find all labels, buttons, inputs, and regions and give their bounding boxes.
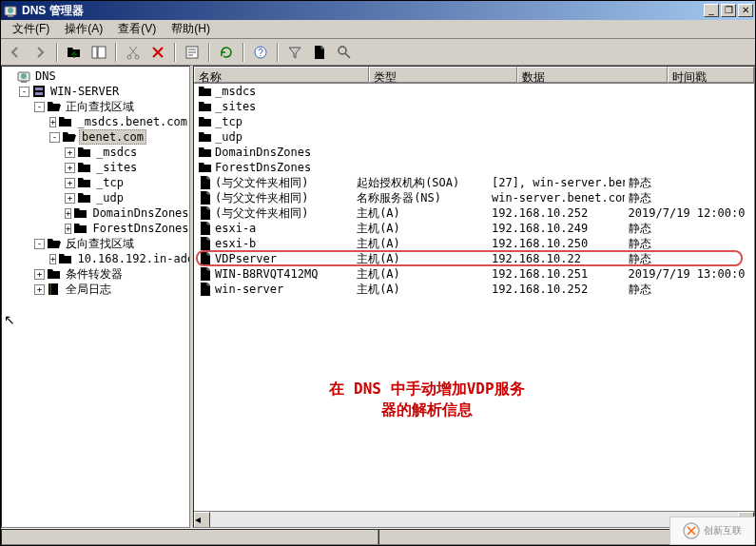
scroll-left-button[interactable]: ◂ <box>194 512 210 528</box>
page-icon <box>198 205 213 221</box>
list-row[interactable]: (与父文件夹相同)名称服务器(NS)win-server.benet.com.静… <box>194 190 754 205</box>
list-body[interactable]: _msdcs_sites_tcp_udpDomainDnsZonesForest… <box>194 84 754 511</box>
tree-node[interactable]: +_msdcs <box>4 145 187 160</box>
expander-icon[interactable]: - <box>49 132 60 143</box>
tree-label: DNS <box>33 69 58 83</box>
tree-pane[interactable]: DNS-WIN-SERVER-正向查找区域+_msdcs.benet.com-b… <box>1 66 190 528</box>
cell-data: 192.168.10.252 <box>488 206 625 220</box>
tree-node[interactable]: -benet.com <box>4 129 187 145</box>
tree-label: benet.com <box>79 129 146 145</box>
minimize-button[interactable]: _ <box>704 4 719 17</box>
properties-button[interactable] <box>182 42 203 63</box>
tree-node[interactable]: +条件转发器 <box>4 266 187 282</box>
folder-icon <box>58 114 73 129</box>
folder-icon <box>77 145 92 160</box>
maximize-button[interactable]: ❐ <box>721 4 736 17</box>
scroll-track[interactable] <box>210 512 738 527</box>
expander-icon[interactable]: + <box>65 163 75 173</box>
menu-view[interactable]: 查看(V) <box>110 19 164 39</box>
server-icon <box>31 84 47 99</box>
list-pane: 名称 类型 数据 时间戳 _msdcs_sites_tcp_udpDomainD… <box>193 66 755 528</box>
cell-name: _tcp <box>215 115 242 128</box>
help-button[interactable]: ? <box>250 42 271 63</box>
titlebar[interactable]: DNS 管理器 _ ❐ ✕ <box>1 1 755 20</box>
expander-icon[interactable]: + <box>65 147 75 158</box>
list-row[interactable]: (与父文件夹相同)起始授权机构(SOA)[27], win-server.ben… <box>194 175 754 190</box>
book-icon <box>47 282 62 297</box>
tree-node[interactable]: DNS <box>4 68 187 84</box>
expander-icon[interactable]: + <box>49 117 56 127</box>
cut-button[interactable] <box>123 42 144 63</box>
folder-icon <box>198 99 213 114</box>
list-row[interactable]: _udp <box>194 129 754 145</box>
list-row[interactable]: _tcp <box>194 114 754 129</box>
list-row[interactable]: (与父文件夹相同)主机(A)192.168.10.2522019/7/19 12… <box>194 205 754 221</box>
cell-data: 192.168.10.250 <box>488 237 625 250</box>
tree-label: 条件转发器 <box>64 266 125 283</box>
filter-button[interactable] <box>284 42 305 63</box>
forward-button[interactable] <box>29 42 50 63</box>
expander-icon[interactable]: + <box>34 269 45 280</box>
expander-icon[interactable]: + <box>65 224 71 234</box>
menu-action[interactable]: 操作(A) <box>57 19 110 39</box>
cell-data: win-server.benet.com. <box>488 191 625 205</box>
expander-icon[interactable]: + <box>65 178 75 188</box>
tree-node[interactable]: +_sites <box>4 160 187 175</box>
statusbar-left <box>1 529 378 545</box>
toolbar-separator <box>242 43 244 62</box>
dns-tree[interactable]: DNS-WIN-SERVER-正向查找区域+_msdcs.benet.com-b… <box>2 67 189 299</box>
menu-help[interactable]: 帮助(H) <box>164 19 218 39</box>
col-type[interactable]: 类型 <box>369 67 517 83</box>
list-row[interactable]: _msdcs <box>194 84 754 99</box>
cell-data: 192.168.10.249 <box>488 222 625 235</box>
expander-icon[interactable]: - <box>19 87 29 97</box>
cell-data: 192.168.10.251 <box>488 267 625 281</box>
menu-file[interactable]: 文件(F) <box>5 19 57 39</box>
list-row[interactable]: VDPserver主机(A)192.168.10.22静态 <box>194 251 754 266</box>
tree-node[interactable]: -WIN-SERVER <box>4 84 187 99</box>
list-row[interactable]: win-server主机(A)192.168.10.252静态 <box>194 282 754 297</box>
col-data[interactable]: 数据 <box>517 67 668 83</box>
expander-icon[interactable]: + <box>65 208 71 219</box>
show-hide-tree-button[interactable] <box>88 42 109 63</box>
new-record-button[interactable] <box>309 42 330 63</box>
dns-manager-window: DNS 管理器 _ ❐ ✕ 文件(F) 操作(A) 查看(V) 帮助(H) ? <box>0 0 756 546</box>
tree-node[interactable]: +10.168.192.in-addr. <box>4 251 187 266</box>
cell-data: 192.168.10.22 <box>488 252 625 265</box>
tree-node[interactable]: -正向查找区域 <box>4 99 187 114</box>
expander-icon[interactable]: + <box>49 254 56 264</box>
folder-icon <box>77 160 92 175</box>
col-timestamp[interactable]: 时间戳 <box>668 67 754 83</box>
list-row[interactable]: ForestDnsZones <box>194 160 754 175</box>
up-button[interactable] <box>64 42 85 63</box>
list-row[interactable]: WIN-B8RVQT412MQ主机(A)192.168.10.2512019/7… <box>194 266 754 282</box>
list-row[interactable]: esxi-b主机(A)192.168.10.250静态 <box>194 236 754 251</box>
statusbar <box>1 528 755 545</box>
tree-node[interactable]: +全局日志 <box>4 282 187 297</box>
cell-timestamp: 2019/7/19 12:00:0 <box>625 206 754 220</box>
expander-icon[interactable]: + <box>34 284 45 295</box>
refresh-button[interactable] <box>216 42 237 63</box>
tree-node[interactable]: -反向查找区域 <box>4 236 187 251</box>
tree-node[interactable]: +_tcp <box>4 175 187 190</box>
cell-name: _msdcs <box>215 85 256 98</box>
close-button[interactable]: ✕ <box>738 4 753 17</box>
toolbar-separator <box>115 43 117 62</box>
tree-label: 10.168.192.in-addr. <box>75 252 190 265</box>
col-name[interactable]: 名称 <box>194 67 369 83</box>
find-button[interactable] <box>334 42 355 63</box>
watermark: 创新互联 <box>669 517 755 545</box>
delete-button[interactable] <box>147 42 168 63</box>
tree-node[interactable]: +DomainDnsZones <box>4 205 187 221</box>
list-row[interactable]: esxi-a主机(A)192.168.10.249静态 <box>194 221 754 236</box>
expander-icon[interactable]: + <box>65 193 75 204</box>
list-row[interactable]: DomainDnsZones <box>194 145 754 160</box>
annotation-text: 在 DNS 中手动增加VDP服务器的解析信息 <box>299 379 555 421</box>
tree-node[interactable]: +_msdcs.benet.com <box>4 114 187 129</box>
back-button[interactable] <box>5 42 26 63</box>
tree-node[interactable]: +ForestDnsZones <box>4 221 187 236</box>
expander-icon[interactable]: - <box>34 239 45 249</box>
tree-node[interactable]: +_udp <box>4 190 187 205</box>
expander-icon[interactable]: - <box>34 102 45 112</box>
list-row[interactable]: _sites <box>194 99 754 114</box>
